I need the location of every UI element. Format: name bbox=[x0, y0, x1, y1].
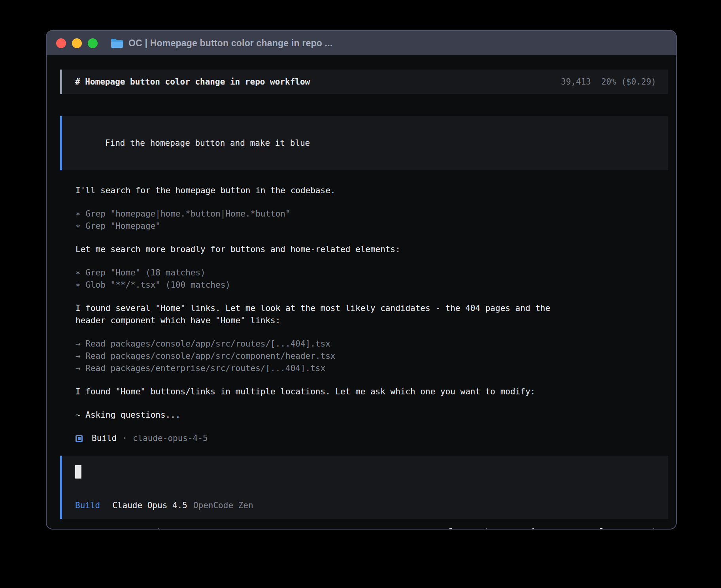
shortcut-key: ctrl+t bbox=[434, 526, 464, 530]
assistant-text: I'll search for the homepage button in t… bbox=[75, 185, 668, 197]
session-header: # Homepage button color change in repo w… bbox=[60, 70, 668, 94]
agent-name: Build bbox=[92, 432, 117, 445]
zoom-button[interactable] bbox=[88, 38, 98, 48]
shortcut-label: interrupt bbox=[156, 526, 201, 530]
tool-call-grep: ∗ Grep "Home" (18 matches) bbox=[75, 267, 668, 279]
agent-status: Build · claude-opus-4-5 bbox=[75, 432, 668, 445]
terminal-window: OC | Homepage button color change in rep… bbox=[46, 30, 677, 530]
token-count: 39,413 bbox=[561, 76, 591, 87]
tool-call-read: → Read packages/console/app/src/componen… bbox=[75, 350, 668, 362]
assistant-text: header component which have "Home" links… bbox=[75, 315, 668, 327]
shortcut-agents: tab agents bbox=[522, 526, 572, 530]
minimize-button[interactable] bbox=[72, 38, 82, 48]
traffic-lights bbox=[56, 38, 98, 48]
text-cursor bbox=[75, 465, 81, 479]
user-message: Find the homepage button and make it blu… bbox=[60, 116, 668, 170]
build-agent-icon bbox=[75, 435, 83, 442]
assistant-text: I found several "Home" links. Let me loo… bbox=[75, 302, 668, 315]
user-message-text: Find the homepage button and make it blu… bbox=[105, 138, 310, 148]
model-label[interactable]: Claude Opus 4.5 bbox=[112, 501, 187, 510]
shortcut-key: tab bbox=[522, 526, 537, 530]
context-usage: 20% ($0.29) bbox=[601, 76, 656, 87]
session-stats: 39,413 20% ($0.29) bbox=[561, 76, 656, 87]
agent-model: claude-opus-4-5 bbox=[133, 432, 208, 445]
shortcut-key: ctrl+p bbox=[585, 526, 615, 530]
conversation: I'll search for the homepage button in t… bbox=[75, 185, 668, 530]
tool-call-grep: ∗ Grep "homepage|home.*button|Home.*butt… bbox=[75, 208, 668, 220]
assistant-text: Let me search more broadly for buttons a… bbox=[75, 243, 668, 256]
tool-call-read: → Read packages/console/app/src/routes/[… bbox=[75, 338, 668, 350]
shortcut-label: agents bbox=[542, 526, 572, 530]
prompt-input[interactable]: Build Claude Opus 4.5 OpenCode Zen bbox=[60, 456, 668, 519]
assistant-text: I found "Home" buttons/links in multiple… bbox=[75, 386, 668, 398]
window-title: OC | Homepage button color change in rep… bbox=[128, 38, 332, 49]
terminal-content: # Homepage button color change in repo w… bbox=[47, 55, 676, 530]
assistant-working-text: ~ Asking questions... bbox=[75, 409, 668, 421]
folder-icon bbox=[111, 38, 123, 48]
shortcut-interrupt: esc interrupt bbox=[136, 526, 201, 530]
shortcut-variants: ctrl+t variants bbox=[434, 526, 509, 530]
input-meta: Build Claude Opus 4.5 OpenCode Zen bbox=[75, 501, 655, 510]
titlebar[interactable]: OC | Homepage button color change in rep… bbox=[47, 31, 676, 55]
tool-call-grep: ∗ Grep "Homepage" bbox=[75, 220, 668, 232]
shortcut-label: variants bbox=[469, 526, 509, 530]
session-title: # Homepage button color change in repo w… bbox=[75, 76, 310, 87]
mode-label[interactable]: Build bbox=[75, 501, 100, 510]
shortcut-commands: ctrl+p commands bbox=[585, 526, 659, 530]
agent-separator: · bbox=[122, 432, 127, 445]
shortcut-key: esc bbox=[136, 526, 151, 530]
status-bar: esc interrupt ctrl+t variants tab agents… bbox=[60, 526, 659, 530]
provider-label: OpenCode Zen bbox=[193, 501, 253, 510]
tool-call-glob: ∗ Glob "**/*.tsx" (100 matches) bbox=[75, 279, 668, 291]
shortcut-label: commands bbox=[619, 526, 659, 530]
tool-call-read: → Read packages/enterprise/src/routes/[.… bbox=[75, 362, 668, 375]
close-button[interactable] bbox=[56, 38, 66, 48]
